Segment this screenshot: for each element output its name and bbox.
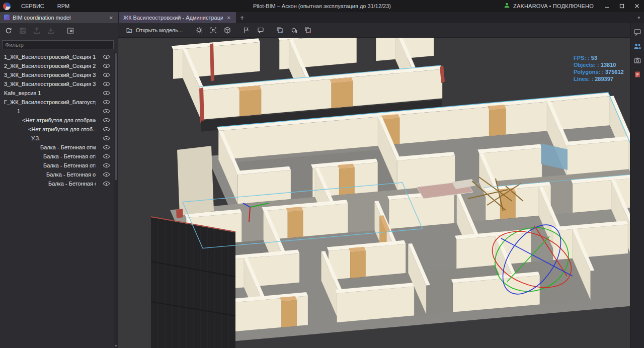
model-tree: 1_ЖК_Василеостровский_Секция 12_ЖК_Васил… [0, 52, 114, 188]
tab-label: BIM coordination model [13, 15, 105, 21]
settings-gear-icon[interactable] [192, 24, 206, 36]
user-status: ZAKHAROVA • ПОДКЛЮЧЕНО [513, 3, 594, 9]
tree-item[interactable]: Балка - Бетонная отм... [0, 143, 114, 152]
selection-frame-icon[interactable] [206, 24, 220, 36]
eye-visibility-icon[interactable] [103, 109, 110, 113]
tree-item[interactable]: 2_ЖК_Василеостровский_Секция 2 [0, 61, 114, 70]
stat-line: Lines: : 289397 [574, 75, 624, 82]
eye-visibility-icon[interactable] [103, 182, 110, 186]
open-model-label: Открыть модель... [136, 27, 183, 33]
eye-visibility-icon[interactable] [103, 136, 110, 140]
close-button[interactable] [630, 0, 644, 12]
tab-close-icon[interactable]: ✕ [108, 15, 114, 21]
pilot-bim-window: СЕРВИС RPM Pilot-BIM – Аскон (опытная эк… [0, 0, 644, 348]
app-logo-icon [3, 3, 11, 10]
tab-bim-coordination-model[interactable]: BIM coordination model ✕ [0, 12, 118, 23]
3d-viewport[interactable]: Открыть модель... [118, 23, 630, 348]
new-tab-button[interactable]: + [236, 14, 248, 22]
tree-item[interactable]: У.З. [0, 134, 114, 143]
3d-scene[interactable] [118, 23, 630, 348]
tree-item-label: 1_ЖК_Василеостровский_Секция 1 [0, 54, 96, 60]
filter-input[interactable] [2, 40, 114, 49]
menu-rpm[interactable]: RPM [51, 0, 76, 12]
tree-scrollbar[interactable]: ▼ [114, 52, 118, 348]
tree-item-label: 1 [0, 108, 20, 114]
stat-line: Objects: : 13810 [574, 61, 624, 68]
eye-visibility-icon[interactable] [103, 118, 110, 122]
fit-view-button[interactable] [64, 25, 76, 36]
tree-item[interactable]: 3_ЖК_Василеостровский_Секция 3 [0, 70, 114, 79]
rotate-view-icon[interactable] [287, 24, 300, 36]
eye-visibility-icon[interactable] [103, 82, 110, 86]
tree-item-label: 3_ЖК_Василеостровский_Секция 3 -... [0, 81, 96, 87]
tree-item-label: 2_ЖК_Василеостровский_Секция 2 [0, 63, 96, 69]
stat-line: FPS: : 53 [574, 54, 624, 61]
copy-marked-icon[interactable] [301, 24, 314, 36]
stat-line: Polygons: : 375612 [574, 68, 624, 75]
tab-list-chevron-icon[interactable]: ▾ [637, 15, 644, 20]
tree-item-label: 3_ЖК_Василеостровский_Секция 3 [0, 72, 96, 78]
titlebar: СЕРВИС RPM Pilot-BIM – Аскон (опытная эк… [0, 0, 644, 12]
tab-close-icon[interactable]: ✕ [226, 15, 232, 21]
refresh-button[interactable] [2, 25, 15, 36]
comments-icon[interactable] [632, 27, 642, 37]
tree-item-label: У.З. [0, 135, 40, 141]
eye-visibility-icon[interactable] [103, 163, 110, 167]
tree-item-label: <Нет атрибутов для отоб... [0, 126, 96, 132]
tree-item[interactable]: Г_ЖК_Василеостровский_Благоустро... [0, 98, 114, 107]
collaboration-people-icon[interactable] [632, 41, 642, 51]
tree-item[interactable]: Балка - Бетонная отм... [0, 152, 114, 161]
scrollbar-thumb[interactable] [115, 53, 117, 180]
camera-icon[interactable] [632, 55, 642, 65]
tree-item-label: Балка - Бетонная отм... [0, 181, 96, 187]
minimize-button[interactable] [600, 0, 614, 12]
tree-item[interactable]: Балка - Бетонная отм... [0, 161, 114, 170]
cube-view-icon[interactable] [220, 24, 234, 36]
menu-service[interactable]: СЕРВИС [15, 0, 51, 12]
tree-item[interactable]: 1_ЖК_Василеостровский_Секция 1 [0, 52, 114, 61]
render-stats: FPS: : 53Objects: : 13810Polygons: : 375… [574, 54, 624, 82]
eye-visibility-icon[interactable] [103, 154, 110, 158]
tree-item-label: Kafe_версия 1 [0, 90, 41, 96]
model-tree-panel: 1_ЖК_Василеостровский_Секция 12_ЖК_Васил… [0, 23, 118, 348]
tree-item[interactable]: <Нет атрибутов для отоб... [0, 125, 114, 134]
tree-toolbar [0, 23, 118, 38]
flag-marker-icon[interactable] [239, 24, 253, 36]
flag-comment-icon[interactable] [254, 24, 267, 36]
tab-zhk-vasileostrovsky[interactable]: ЖК Василеостровский - Администрация Н...… [119, 12, 236, 23]
viewport-toolbar: Открыть модель... [118, 23, 630, 38]
tree-item-label: Балка - Бетонная отм... [0, 153, 96, 159]
maximize-button[interactable] [615, 0, 629, 12]
bim-model-icon [4, 15, 10, 21]
tree-item-label: <Нет атрибутов для отображ... [0, 117, 96, 123]
issues-red-icon[interactable] [632, 69, 642, 79]
export-button[interactable] [30, 25, 43, 36]
tab-label: ЖК Василеостровский - Администрация Н... [123, 15, 223, 21]
tab-bar: BIM coordination model ✕ ЖК Василеостров… [0, 12, 644, 23]
right-toolbar [630, 23, 644, 348]
save-button[interactable] [16, 25, 29, 36]
tree-item[interactable]: Балка - Бетонная отм... [0, 170, 114, 179]
eye-visibility-icon[interactable] [103, 145, 110, 149]
eye-visibility-icon[interactable] [103, 172, 110, 177]
tree-item-label: Г_ЖК_Василеостровский_Благоустро... [0, 99, 96, 105]
tree-item[interactable]: <Нет атрибутов для отображ... [0, 116, 114, 125]
tree-item[interactable]: 1 [0, 107, 114, 116]
eye-visibility-icon[interactable] [103, 100, 110, 104]
tree-item[interactable]: Kafe_версия 1 [0, 89, 114, 98]
tree-item-label: Балка - Бетонная отм... [0, 162, 96, 168]
open-model-button[interactable]: Открыть модель... [121, 25, 187, 35]
eye-visibility-icon[interactable] [103, 73, 110, 77]
eye-visibility-icon[interactable] [103, 127, 110, 131]
tree-item-label: Балка - Бетонная отм... [0, 144, 96, 150]
user-icon [504, 2, 510, 11]
copy-view-icon[interactable] [273, 24, 286, 36]
eye-visibility-icon[interactable] [103, 64, 110, 68]
eye-visibility-icon[interactable] [103, 55, 110, 59]
tree-item-label: Балка - Бетонная отм... [0, 171, 96, 178]
eye-visibility-icon[interactable] [103, 91, 110, 95]
tree-item[interactable]: 3_ЖК_Василеостровский_Секция 3 -... [0, 79, 114, 89]
import-button[interactable] [44, 25, 57, 36]
tree-item[interactable]: Балка - Бетонная отм... [0, 179, 114, 188]
scrollbar-down-icon[interactable]: ▼ [114, 344, 118, 347]
